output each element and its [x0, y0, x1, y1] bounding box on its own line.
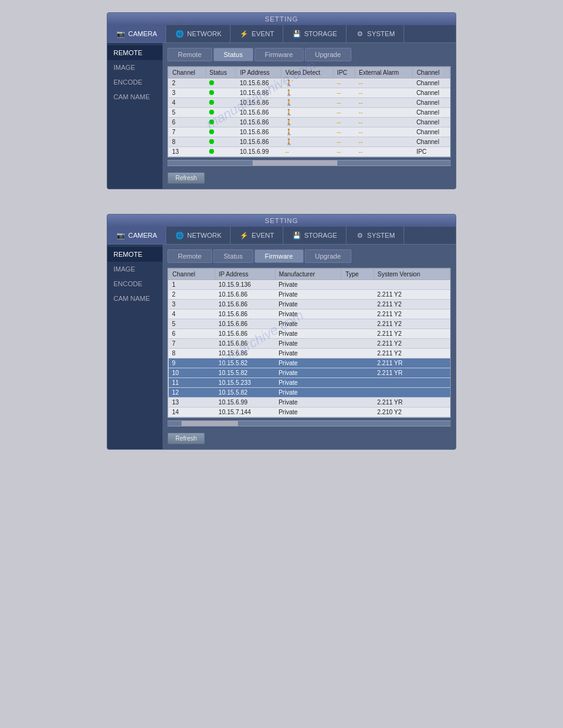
- col-ip-2: IP Address: [215, 269, 275, 280]
- col-ip: IP Address: [236, 67, 282, 78]
- table-row[interactable]: 5 10.15.6.86 Private 2.211 Y2: [169, 319, 450, 329]
- table-container-2: Channel IP Address Manufacturer Type Sys…: [167, 268, 451, 418]
- nav-event-2[interactable]: ⚡ EVENT: [231, 227, 283, 244]
- table-row[interactable]: 13 10.15.6.99 -- -- -- IPC: [169, 147, 450, 157]
- network-icon-2: 🌐: [175, 230, 185, 240]
- table-row[interactable]: 10 10.15.5.82 Private 2.211 YR: [169, 368, 450, 378]
- event-icon-2: ⚡: [239, 230, 249, 240]
- nav-camera-1[interactable]: 📷 CAMERA: [107, 25, 166, 42]
- sidebar-camname-2[interactable]: CAM NAME: [107, 291, 163, 306]
- panel-1-title: SETTING: [107, 13, 456, 25]
- col-channel-2: Channel: [169, 269, 215, 280]
- nav-network-1[interactable]: 🌐 NETWORK: [166, 25, 231, 42]
- refresh-button-2[interactable]: Refresh: [167, 433, 205, 444]
- panel-1: manualsarchive.com SETTING 📷 CAMERA 🌐 NE…: [107, 12, 456, 189]
- refresh-button-1[interactable]: Refresh: [167, 172, 205, 184]
- table-row[interactable]: 7 10.15.6.86 🚶 -- -- Channel: [169, 127, 450, 137]
- sidebar-image-1[interactable]: IMAGE: [107, 60, 163, 75]
- scrollbar-thumb-2: [182, 421, 238, 426]
- col-ipc: IPC: [333, 67, 355, 78]
- table-container-1: Channel Status IP Address Video Detect I…: [167, 66, 451, 157]
- top-nav-2: 📷 CAMERA 🌐 NETWORK ⚡ EVENT 💾 STORAGE ⚙ S…: [107, 227, 456, 245]
- subtab-firmware-1[interactable]: Firmware: [255, 48, 304, 61]
- table-row[interactable]: 6 10.15.6.86 🚶 -- -- Channel: [169, 118, 450, 127]
- sidebar-1: REMOTE IMAGE ENCODE CAM NAME: [107, 43, 163, 189]
- col-video: Video Detect: [282, 67, 333, 78]
- table-row[interactable]: 13 10.15.6.99 Private 2.211 YR: [169, 398, 450, 408]
- sidebar-2: REMOTE IMAGE ENCODE CAM NAME: [107, 245, 163, 449]
- table-row[interactable]: 2 10.15.6.86 Private 2.211 Y2: [169, 290, 450, 300]
- table-row[interactable]: 4 10.15.6.86 🚶 -- -- Channel: [169, 98, 450, 108]
- system-icon-2: ⚙: [355, 230, 365, 240]
- nav-system-label-2: SYSTEM: [367, 232, 395, 239]
- sub-tabs-2: Remote Status Firmware Upgrade: [167, 249, 451, 263]
- col-type: Channel: [413, 67, 450, 78]
- table-row[interactable]: 14 10.15.7.144 Private 2.210 Y2: [169, 408, 450, 417]
- table-row[interactable]: 7 10.15.6.86 Private 2.211 Y2: [169, 339, 450, 349]
- nav-storage-label-1: STORAGE: [304, 30, 337, 37]
- table-row[interactable]: 3 10.15.6.86 Private 2.211 Y2: [169, 300, 450, 309]
- panel-2: manualsarchive.com SETTING 📷 CAMERA 🌐 NE…: [107, 214, 456, 450]
- main-content-2: Remote Status Firmware Upgrade Channel: [163, 245, 456, 449]
- table-row[interactable]: 3 10.15.6.86 🚶 -- -- Channel: [169, 88, 450, 98]
- nav-camera-2[interactable]: 📷 CAMERA: [107, 227, 166, 244]
- panel-1-body: REMOTE IMAGE ENCODE CAM NAME Remote Stat…: [107, 43, 456, 189]
- subtab-status-2[interactable]: Status: [213, 249, 253, 263]
- subtab-firmware-2[interactable]: Firmware: [255, 249, 304, 263]
- title-text: SETTING: [265, 15, 299, 23]
- status-table-1: Channel Status IP Address Video Detect I…: [168, 67, 450, 157]
- nav-system-label-1: SYSTEM: [367, 30, 395, 37]
- sidebar-image-2[interactable]: IMAGE: [107, 262, 163, 276]
- col-type-2: Type: [342, 269, 373, 280]
- table-row[interactable]: 8 10.15.6.86 Private 2.211 Y2: [169, 349, 450, 358]
- scrollbar-thumb-1: [253, 161, 338, 165]
- table-row[interactable]: 4 10.15.6.86 Private 2.211 Y2: [169, 309, 450, 319]
- main-content-1: Remote Status Firmware Upgrade Channel: [163, 43, 456, 189]
- firmware-table-2: Channel IP Address Manufacturer Type Sys…: [168, 268, 450, 417]
- nav-system-1[interactable]: ⚙ SYSTEM: [347, 25, 404, 42]
- storage-icon: 💾: [292, 29, 302, 39]
- top-nav-1: 📷 CAMERA 🌐 NETWORK ⚡ EVENT 💾 STORAGE ⚙ S…: [107, 25, 456, 43]
- nav-network-label-1: NETWORK: [187, 30, 221, 37]
- sidebar-remote-1[interactable]: REMOTE: [107, 45, 163, 60]
- system-icon: ⚙: [355, 29, 365, 39]
- col-status: Status: [205, 67, 236, 78]
- nav-system-2[interactable]: ⚙ SYSTEM: [347, 227, 404, 244]
- col-channel: Channel: [169, 67, 206, 78]
- subtab-upgrade-2[interactable]: Upgrade: [305, 249, 351, 263]
- table-row[interactable]: 8 10.15.6.86 🚶 -- -- Channel: [169, 137, 450, 147]
- table-row[interactable]: 6 10.15.6.86 Private 2.211 Y2: [169, 329, 450, 339]
- event-icon: ⚡: [239, 29, 249, 39]
- sidebar-encode-2[interactable]: ENCODE: [107, 276, 163, 291]
- sub-tabs-1: Remote Status Firmware Upgrade: [167, 48, 451, 61]
- sidebar-camname-1[interactable]: CAM NAME: [107, 89, 163, 104]
- nav-event-label-2: EVENT: [251, 232, 274, 239]
- nav-storage-2[interactable]: 💾 STORAGE: [283, 227, 347, 244]
- subtab-remote-1[interactable]: Remote: [167, 48, 212, 61]
- subtab-upgrade-1[interactable]: Upgrade: [305, 48, 351, 61]
- table-row[interactable]: 9 10.15.5.82 Private 2.211 YR: [169, 358, 450, 368]
- nav-event-1[interactable]: ⚡ EVENT: [231, 25, 283, 42]
- network-icon: 🌐: [175, 29, 185, 39]
- camera-icon: 📷: [116, 29, 126, 39]
- nav-network-2[interactable]: 🌐 NETWORK: [166, 227, 231, 244]
- sidebar-remote-2[interactable]: REMOTE: [107, 247, 163, 262]
- table-row[interactable]: 11 10.15.5.233 Private: [169, 378, 450, 388]
- camera-icon-2: 📷: [116, 230, 126, 240]
- scrollbar-2[interactable]: [167, 420, 451, 427]
- sidebar-encode-1[interactable]: ENCODE: [107, 75, 163, 89]
- table-row[interactable]: 1 10.15.9.136 Private: [169, 280, 450, 290]
- nav-network-label-2: NETWORK: [187, 232, 221, 239]
- nav-storage-label-2: STORAGE: [304, 232, 337, 239]
- scrollbar-1[interactable]: [167, 160, 451, 166]
- nav-event-label-1: EVENT: [251, 30, 274, 37]
- subtab-status-1[interactable]: Status: [213, 48, 253, 61]
- scrollbar-track-1: [167, 161, 451, 165]
- nav-storage-1[interactable]: 💾 STORAGE: [283, 25, 347, 42]
- table-row[interactable]: 12 10.15.5.82 Private: [169, 388, 450, 398]
- nav-camera-label-2: CAMERA: [128, 232, 157, 239]
- scrollbar-track-2: [167, 421, 451, 426]
- table-row[interactable]: 5 10.15.6.86 🚶 -- -- Channel: [169, 108, 450, 118]
- subtab-remote-2[interactable]: Remote: [167, 249, 212, 263]
- table-row[interactable]: 2 10.15.6.86 🚶 -- -- Channel: [169, 78, 450, 88]
